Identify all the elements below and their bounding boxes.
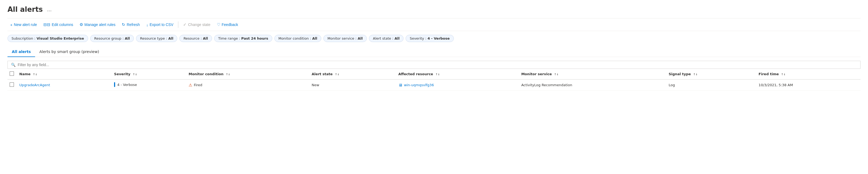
column-header-fired-time[interactable]: Fired time ↑↓ bbox=[756, 69, 861, 80]
filter-monitor-service-key: Monitor service : bbox=[328, 36, 358, 40]
toolbar-separator bbox=[178, 22, 178, 28]
filter-monitor-condition-key: Monitor condition : bbox=[278, 36, 312, 40]
filter-alert-state-value: All bbox=[394, 36, 400, 40]
alert-name-link[interactable]: UpgradeArcAgent bbox=[19, 83, 50, 87]
download-icon: ↓ bbox=[146, 23, 148, 27]
row-checkbox[interactable] bbox=[10, 83, 14, 87]
manage-alert-rules-label: Manage alert rules bbox=[84, 23, 115, 27]
search-icon: 🔍 bbox=[11, 63, 16, 67]
filter-resource-group-key: Resource group : bbox=[94, 36, 125, 40]
monitor-service-label: ActivityLog Recommendation bbox=[521, 83, 572, 87]
filter-severity-key: Severity : bbox=[410, 36, 427, 40]
filter-severity-value: 4 - Verbose bbox=[428, 36, 450, 40]
refresh-icon: ↻ bbox=[122, 22, 125, 27]
column-severity-label: Severity bbox=[114, 72, 130, 76]
severity-indicator: 4 - Verbose bbox=[114, 82, 137, 87]
tab-smart-group[interactable]: Alerts by smart group (preview) bbox=[35, 47, 103, 57]
feedback-button[interactable]: ♡ Feedback bbox=[214, 21, 241, 29]
refresh-label: Refresh bbox=[127, 23, 140, 27]
column-monitor-service-label: Monitor service bbox=[521, 72, 552, 76]
severity-label: 4 - Verbose bbox=[117, 83, 137, 87]
filter-monitor-condition[interactable]: Monitor condition : All bbox=[274, 35, 321, 42]
new-alert-rule-label: New alert rule bbox=[14, 23, 37, 27]
sort-arrows-signal-type: ↑↓ bbox=[693, 73, 698, 76]
select-all-checkbox[interactable] bbox=[10, 71, 14, 76]
column-header-severity[interactable]: Severity ↑↓ bbox=[112, 69, 186, 80]
filter-subscription[interactable]: Subscription : Visual Studio Enterprise bbox=[7, 35, 88, 42]
column-header-monitor-condition[interactable]: Monitor condition ↑↓ bbox=[186, 69, 310, 80]
filter-alert-state-key: Alert state : bbox=[373, 36, 395, 40]
monitor-condition-label: Fired bbox=[194, 83, 202, 87]
sort-arrows-severity: ↑↓ bbox=[133, 73, 137, 76]
column-header-signal-type[interactable]: Signal type ↑↓ bbox=[666, 69, 756, 80]
filter-monitor-service-value: All bbox=[358, 36, 363, 40]
select-all-checkbox-header[interactable] bbox=[7, 69, 17, 80]
affected-resource-name: win-uqmqsvlfg36 bbox=[404, 83, 434, 87]
search-input[interactable] bbox=[18, 63, 857, 67]
sort-arrows-name: ↑↓ bbox=[33, 73, 37, 76]
column-header-monitor-service[interactable]: Monitor service ↑↓ bbox=[519, 69, 666, 80]
tab-all-alerts-label: All alerts bbox=[12, 50, 31, 54]
column-fired-time-label: Fired time bbox=[758, 72, 779, 76]
sort-arrows-monitor-service: ↑↓ bbox=[554, 73, 559, 76]
column-header-alert-state[interactable]: Alert state ↑↓ bbox=[310, 69, 396, 80]
filters-bar: Subscription : Visual Studio Enterprise … bbox=[7, 35, 861, 42]
filter-time-range-value: Past 24 hours bbox=[241, 36, 268, 40]
filter-resource-type[interactable]: Resource type : All bbox=[136, 35, 177, 42]
cell-affected-resource: 🖥 win-uqmqsvlfg36 bbox=[396, 80, 519, 91]
change-state-label: Change state bbox=[188, 23, 210, 27]
manage-alert-rules-button[interactable]: ⚙ Manage alert rules bbox=[77, 21, 118, 29]
column-header-name[interactable]: Name ↑↓ bbox=[17, 69, 112, 80]
filter-resource-type-key: Resource type : bbox=[140, 36, 168, 40]
tab-all-alerts[interactable]: All alerts bbox=[7, 47, 35, 57]
new-alert-rule-button[interactable]: + New alert rule bbox=[7, 21, 40, 29]
alerts-table: Name ↑↓ Severity ↑↓ Monitor condition ↑↓… bbox=[7, 69, 861, 91]
affected-resource-link[interactable]: 🖥 win-uqmqsvlfg36 bbox=[398, 83, 434, 88]
edit-columns-button[interactable]: ⊟⊟ Edit columns bbox=[41, 21, 76, 29]
column-name-label: Name bbox=[19, 72, 31, 76]
filter-resource-key: Resource : bbox=[183, 36, 203, 40]
cell-alert-state: New bbox=[310, 80, 396, 91]
column-signal-type-label: Signal type bbox=[669, 72, 691, 76]
filter-alert-state[interactable]: Alert state : All bbox=[369, 35, 404, 42]
tab-smart-group-label: Alerts by smart group (preview) bbox=[39, 50, 99, 54]
column-header-affected-resource[interactable]: Affected resource ↑↓ bbox=[396, 69, 519, 80]
cell-severity: 4 - Verbose bbox=[112, 80, 186, 91]
column-monitor-condition-label: Monitor condition bbox=[188, 72, 223, 76]
columns-icon: ⊟⊟ bbox=[43, 22, 50, 27]
sort-arrows-monitor-condition: ↑↓ bbox=[226, 73, 230, 76]
ellipsis-menu-button[interactable]: ... bbox=[45, 6, 53, 13]
cell-monitor-service: ActivityLog Recommendation bbox=[519, 80, 666, 91]
plus-icon: + bbox=[10, 23, 12, 27]
filter-monitor-condition-value: All bbox=[312, 36, 317, 40]
alert-state-label: New bbox=[312, 83, 319, 87]
filter-monitor-service[interactable]: Monitor service : All bbox=[323, 35, 367, 42]
search-bar: 🔍 bbox=[7, 61, 861, 69]
filter-time-range[interactable]: Time range : Past 24 hours bbox=[214, 35, 272, 42]
heart-icon: ♡ bbox=[217, 22, 220, 27]
feedback-label: Feedback bbox=[222, 23, 238, 27]
filter-subscription-value: Visual Studio Enterprise bbox=[36, 36, 84, 40]
filter-resource-group[interactable]: Resource group : All bbox=[90, 35, 134, 42]
sort-arrows-fired-time: ↑↓ bbox=[781, 73, 785, 76]
page-header: All alerts ... bbox=[7, 5, 861, 13]
filter-subscription-key: Subscription : bbox=[11, 36, 36, 40]
column-affected-resource-label: Affected resource bbox=[398, 72, 433, 76]
filter-resource-group-value: All bbox=[125, 36, 130, 40]
cell-signal-type: Log bbox=[666, 80, 756, 91]
export-csv-label: Export to CSV bbox=[150, 23, 174, 27]
refresh-button[interactable]: ↻ Refresh bbox=[119, 21, 143, 29]
filter-time-range-key: Time range : bbox=[218, 36, 241, 40]
server-icon: 🖥 bbox=[398, 83, 402, 88]
export-csv-button[interactable]: ↓ Export to CSV bbox=[144, 21, 176, 29]
sort-arrows-alert-state: ↑↓ bbox=[335, 73, 340, 76]
cell-fired-time: 10/3/2021, 5:38 AM bbox=[756, 80, 861, 91]
warning-triangle-icon: ⚠ bbox=[188, 83, 192, 88]
filter-resource[interactable]: Resource : All bbox=[179, 35, 212, 42]
change-state-button[interactable]: ✓ Change state bbox=[181, 21, 213, 29]
filter-severity[interactable]: Severity : 4 - Verbose bbox=[406, 35, 454, 42]
fired-time-label: 10/3/2021, 5:38 AM bbox=[758, 83, 793, 87]
cell-name: UpgradeArcAgent bbox=[17, 80, 112, 91]
monitor-condition-cell: ⚠ Fired bbox=[188, 83, 202, 88]
row-checkbox-cell[interactable] bbox=[7, 80, 17, 91]
